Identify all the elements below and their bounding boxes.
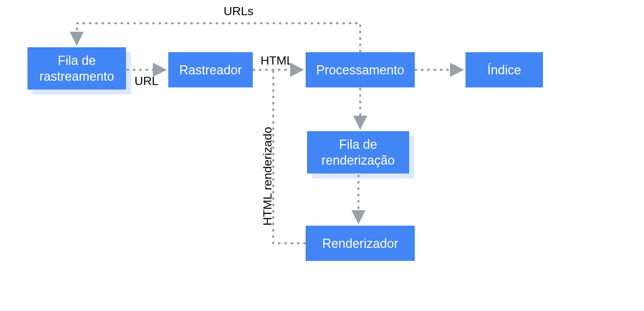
crawler-box: Rastreador (168, 52, 253, 87)
edge-label-html-rendered: HTML renderizado (261, 127, 274, 226)
index-box: Índice (465, 52, 543, 87)
edge-label-url: URL (135, 74, 158, 88)
processing-box: Processamento (306, 52, 415, 87)
crawler-label: Rastreador (179, 62, 242, 78)
edge-renderer-to-processing (273, 70, 305, 243)
processing-label: Processamento (316, 62, 404, 78)
crawl-queue-box: Fila derastreamento (27, 47, 126, 90)
index-label: Índice (487, 62, 521, 78)
diagram-canvas: Fila derastreamento Rastreador Processam… (0, 0, 644, 311)
edge-label-html: HTML (261, 54, 293, 67)
renderer-box: Renderizador (306, 226, 415, 261)
render-queue-box: Fila derenderização (307, 131, 409, 173)
renderer-label: Renderizador (322, 236, 398, 251)
render-queue-label: Fila derenderização (321, 136, 395, 168)
edge-label-urls: URLs (224, 4, 254, 18)
crawl-queue-label: Fila derastreamento (39, 53, 114, 84)
